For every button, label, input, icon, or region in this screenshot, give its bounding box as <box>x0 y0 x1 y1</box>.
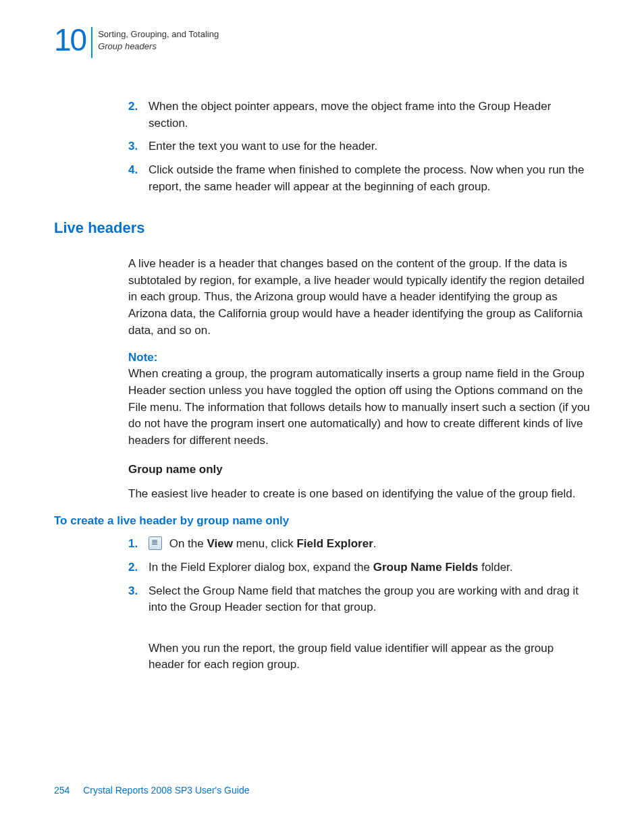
step-item: 2. In the Field Explorer dialog box, exp… <box>128 559 590 576</box>
header-divider <box>91 27 92 58</box>
procedure-heading: To create a live header by group name on… <box>54 514 590 528</box>
header-text: Sorting, Grouping, and Totaling Group he… <box>98 24 219 53</box>
page-number: 254 <box>54 785 70 796</box>
paragraph: A live header is a header that changes b… <box>128 256 590 339</box>
field-explorer-icon <box>149 536 162 550</box>
step-number: 1. <box>128 536 142 553</box>
note-text: When creating a group, the program autom… <box>128 366 590 449</box>
content-area: 2. When the object pointer appears, move… <box>128 99 590 673</box>
subheading-group-name-only: Group name only <box>128 463 590 476</box>
step-text: Enter the text you want to use for the h… <box>149 138 590 155</box>
step-item: 2. When the object pointer appears, move… <box>128 99 590 132</box>
step-text: When the object pointer appears, move th… <box>149 99 590 132</box>
step-text: Select the Group Name field that matches… <box>149 583 590 616</box>
paragraph: The easiest live header to create is one… <box>128 486 590 503</box>
step-number: 3. <box>128 583 142 616</box>
step-item: 1. On the View menu, click Field Explore… <box>128 536 590 553</box>
bold-text: View <box>207 537 232 550</box>
note-label: Note: <box>128 351 590 364</box>
footer-title: Crystal Reports 2008 SP3 User's Guide <box>83 785 249 796</box>
step-number: 4. <box>128 162 142 195</box>
text-fragment: In the Field Explorer dialog box, expand… <box>149 561 373 574</box>
header-line-2: Group headers <box>98 40 219 53</box>
step-item: 3. Select the Group Name field that matc… <box>128 583 590 616</box>
step-number: 3. <box>128 138 142 155</box>
bold-text: Field Explorer <box>296 537 373 550</box>
steps-continued: 2. When the object pointer appears, move… <box>128 99 590 195</box>
chapter-number: 10 <box>54 24 86 55</box>
step-number: 2. <box>128 559 142 576</box>
header-line-1: Sorting, Grouping, and Totaling <box>98 28 219 40</box>
bold-text: Group Name Fields <box>373 561 479 574</box>
text-fragment: menu, click <box>233 537 296 550</box>
step-number: 2. <box>128 99 142 132</box>
page-header: 10 Sorting, Grouping, and Totaling Group… <box>54 24 590 58</box>
procedure-steps: 1. On the View menu, click Field Explore… <box>128 536 590 616</box>
page-footer: 254 Crystal Reports 2008 SP3 User's Guid… <box>54 785 249 796</box>
text-fragment: folder. <box>479 561 513 574</box>
step-text: Click outside the frame when finished to… <box>149 162 590 195</box>
step-item: 4. Click outside the frame when finished… <box>128 162 590 195</box>
section-heading-live-headers: Live headers <box>54 219 590 237</box>
result-paragraph: When you run the report, the group field… <box>149 640 590 673</box>
text-fragment: . <box>373 537 377 550</box>
page: 10 Sorting, Grouping, and Totaling Group… <box>0 0 644 828</box>
step-text: In the Field Explorer dialog box, expand… <box>149 559 590 576</box>
step-text: On the View menu, click Field Explorer. <box>149 536 590 553</box>
step-item: 3. Enter the text you want to use for th… <box>128 138 590 155</box>
text-fragment: On the <box>166 537 207 550</box>
